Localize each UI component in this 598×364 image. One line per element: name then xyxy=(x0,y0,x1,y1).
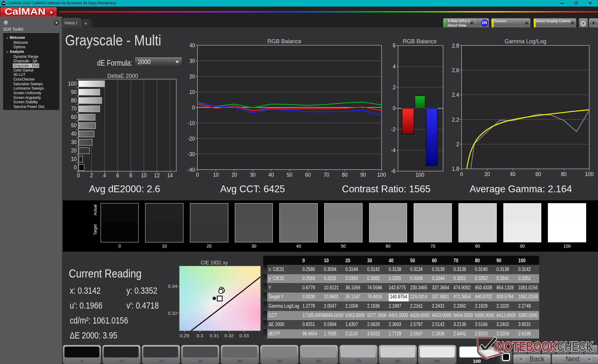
svg-text:100: 100 xyxy=(68,80,77,87)
svg-text:-30: -30 xyxy=(187,151,195,157)
svg-text:Gamma Log/Log: Gamma Log/Log xyxy=(505,38,546,44)
svg-text:0.31: 0.31 xyxy=(210,333,219,338)
svg-text:NOTEBOOK: NOTEBOOK xyxy=(497,339,557,354)
svg-text:-2: -2 xyxy=(391,126,396,133)
svg-text:6: 6 xyxy=(116,172,119,179)
svg-text:20: 20 xyxy=(189,73,195,80)
svg-text:-4: -4 xyxy=(391,147,396,153)
svg-text:2.2: 2.2 xyxy=(452,116,459,123)
svg-text:90: 90 xyxy=(71,89,77,95)
svg-text:10: 10 xyxy=(213,171,219,178)
svg-text:100: 100 xyxy=(585,171,594,177)
svg-text:0.32: 0.32 xyxy=(225,333,234,338)
svg-text:0: 0 xyxy=(393,105,396,111)
svg-text:14: 14 xyxy=(167,172,173,179)
svg-text:100: 100 xyxy=(377,171,386,178)
svg-text:0.33: 0.33 xyxy=(240,333,249,338)
svg-text:30: 30 xyxy=(189,58,195,64)
svg-text:80: 80 xyxy=(342,171,348,178)
svg-text:20: 20 xyxy=(231,171,237,178)
svg-text:2.4: 2.4 xyxy=(452,91,459,98)
svg-text:0: 0 xyxy=(74,164,77,170)
svg-text:-40: -40 xyxy=(187,166,195,173)
svg-text:40: 40 xyxy=(189,42,195,49)
svg-text:2: 2 xyxy=(90,172,93,179)
svg-text:40: 40 xyxy=(71,130,77,137)
svg-text:0: 0 xyxy=(192,104,195,111)
svg-text:-20: -20 xyxy=(187,135,195,142)
svg-text:2: 2 xyxy=(456,141,459,147)
svg-text:RGB Balance: RGB Balance xyxy=(403,38,437,44)
svg-text:4: 4 xyxy=(393,63,396,70)
svg-text:40: 40 xyxy=(268,171,274,178)
svg-text:90: 90 xyxy=(360,171,366,178)
svg-text:20: 20 xyxy=(484,171,490,177)
svg-text:10: 10 xyxy=(189,89,195,95)
svg-text:0.32: 0.32 xyxy=(168,310,177,316)
svg-text:0.3: 0.3 xyxy=(197,333,203,338)
svg-text:-10: -10 xyxy=(187,120,195,126)
svg-text:50: 50 xyxy=(287,171,292,178)
svg-text:80: 80 xyxy=(561,171,567,177)
svg-text:CHECK: CHECK xyxy=(557,339,593,354)
svg-text:0.29: 0.29 xyxy=(180,333,189,338)
svg-text:0.34: 0.34 xyxy=(168,283,178,289)
svg-text:60: 60 xyxy=(305,171,311,178)
svg-text:0: 0 xyxy=(460,171,463,177)
svg-text:0: 0 xyxy=(77,172,80,179)
svg-text:6: 6 xyxy=(393,42,396,49)
svg-text:12: 12 xyxy=(154,172,160,179)
svg-text:0: 0 xyxy=(196,171,199,178)
svg-text:50: 50 xyxy=(71,122,77,128)
svg-text:60: 60 xyxy=(71,114,77,120)
svg-text:-6: -6 xyxy=(391,168,396,174)
svg-text:2.6: 2.6 xyxy=(452,67,459,73)
svg-text:1.8: 1.8 xyxy=(452,166,459,172)
svg-text:10: 10 xyxy=(71,156,77,162)
svg-text:20: 20 xyxy=(71,147,77,154)
svg-text:10: 10 xyxy=(141,172,147,179)
svg-text:70: 70 xyxy=(71,105,77,112)
svg-text:30: 30 xyxy=(250,171,255,178)
svg-text:DeltaE 2000: DeltaE 2000 xyxy=(107,73,138,79)
svg-text:2.8: 2.8 xyxy=(452,42,459,49)
svg-text:4: 4 xyxy=(103,172,106,179)
svg-text:80: 80 xyxy=(71,97,77,104)
svg-text:40: 40 xyxy=(510,171,515,177)
svg-text:2: 2 xyxy=(393,84,396,91)
svg-text:8: 8 xyxy=(129,172,132,179)
svg-text:60: 60 xyxy=(535,171,541,177)
svg-text:100: 100 xyxy=(415,171,424,178)
svg-text:70: 70 xyxy=(324,171,329,178)
svg-text:30: 30 xyxy=(71,139,77,145)
svg-text:CIE 1931 xy: CIE 1931 xy xyxy=(201,261,228,265)
svg-text:RGB Balance: RGB Balance xyxy=(267,38,301,44)
